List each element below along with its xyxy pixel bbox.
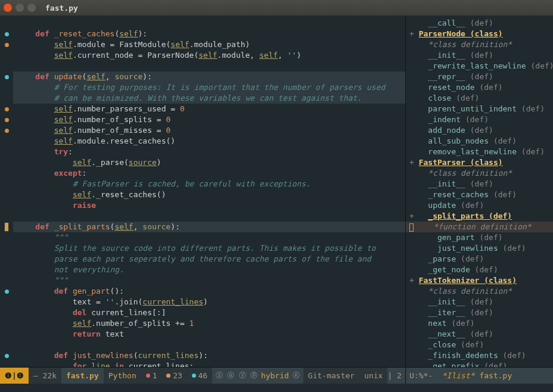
outline-item[interactable]: _finish_dedents (def) <box>406 350 553 361</box>
code-line[interactable]: text = ''.join(current_lines) <box>13 297 405 307</box>
code-line[interactable]: Split the source code into different par… <box>13 243 405 254</box>
gutter-row <box>0 340 13 350</box>
editor-area: def _reset_caches(self): self.module = F… <box>0 15 553 367</box>
code-pane[interactable]: def _reset_caches(self): self.module = F… <box>0 15 405 367</box>
gutter-row <box>0 125 13 136</box>
outline-item[interactable]: + FastTokenizer (class) <box>406 275 553 286</box>
gutter-row <box>0 361 13 367</box>
outline-item[interactable]: *class definition* <box>406 168 553 179</box>
code-line[interactable]: try: <box>13 147 405 157</box>
statusbar: ❶|❶ — 22k fast.py Python 1 23 46 ⓢ ⓐ ⓨ ⓟ… <box>0 367 553 384</box>
outline-item[interactable]: all_sub_nodes (def) <box>406 136 553 147</box>
gutter-row <box>0 329 13 340</box>
statusbar-left: ❶|❶ — 22k fast.py Python 1 23 46 ⓢ ⓐ ⓨ ⓟ… <box>0 367 405 384</box>
gutter-row <box>0 168 13 179</box>
code-line[interactable]: self.number_parsers_used = 0 <box>13 104 405 114</box>
code-line[interactable]: self.number_of_splits += 1 <box>13 318 405 329</box>
gutter-row <box>0 265 13 275</box>
code-line[interactable]: del current_lines[:] <box>13 307 405 318</box>
gutter-row <box>0 104 13 114</box>
outline-item[interactable]: _get_prefix (def) <box>406 361 553 367</box>
sb-file: fast.py <box>479 371 512 380</box>
outline-item[interactable]: _indent (def) <box>406 114 553 125</box>
minimize-icon[interactable] <box>15 4 24 12</box>
code-line[interactable] <box>13 211 405 222</box>
outline-item[interactable]: __iter__ (def) <box>406 307 553 318</box>
outline-item[interactable]: _reset_caches (def) <box>406 189 553 200</box>
outline-item[interactable]: reset_node (def) <box>406 82 553 93</box>
code-line[interactable]: # can be minimized. With these variables… <box>13 93 405 104</box>
code-line[interactable]: def _split_parts(self, source): <box>13 222 405 232</box>
code-line[interactable]: self.module = FastModule(self.module_pat… <box>13 39 405 50</box>
code-line[interactable] <box>13 18 405 29</box>
maximize-icon[interactable] <box>27 4 36 12</box>
minibuffer[interactable] <box>0 384 553 392</box>
lint-marker-icon[interactable] <box>5 129 9 133</box>
sb-git[interactable]: Git-master <box>303 368 359 384</box>
outline-item[interactable]: remove_last_newline (def) <box>406 147 553 157</box>
outline-item[interactable]: update (def) <box>406 200 553 211</box>
outline-item[interactable]: _get_node (def) <box>406 265 553 275</box>
outline-item[interactable]: __init__ (def) <box>406 297 553 307</box>
code-buffer[interactable]: def _reset_caches(self): self.module = F… <box>13 15 405 367</box>
outline-item[interactable]: + ParserNode (class) <box>406 29 553 39</box>
lint-marker-icon[interactable] <box>5 107 9 111</box>
code-line[interactable]: # For testing purposes: It is important … <box>13 82 405 93</box>
sb-size: — 22k <box>29 368 61 384</box>
gutter-row <box>0 82 13 93</box>
sb-mode[interactable]: Python <box>104 368 141 384</box>
code-line[interactable]: def gen_part(): <box>13 286 405 297</box>
outline-item[interactable]: gen_part (def) <box>406 232 553 243</box>
code-line[interactable]: parse each part seperately and therefore… <box>13 254 405 265</box>
outline-item[interactable]: next (def) <box>406 318 553 329</box>
sb-flycheck[interactable]: 1 23 46 <box>141 368 212 384</box>
outline-item[interactable]: close (def) <box>406 93 553 104</box>
code-line[interactable]: self.number_of_splits = 0 <box>13 114 405 125</box>
code-line[interactable]: """ <box>13 232 405 243</box>
code-line[interactable] <box>13 340 405 350</box>
fold-marker-icon[interactable] <box>5 32 9 36</box>
code-line[interactable]: def update(self, source): <box>13 71 405 82</box>
fold-marker-icon[interactable] <box>5 354 9 358</box>
outline-item[interactable]: __init__ (def) <box>406 50 553 61</box>
code-line[interactable]: self._reset_caches() <box>13 189 405 200</box>
outline-item[interactable]: add_node (def) <box>406 125 553 136</box>
outline-item[interactable]: _rewrite_last_newline (def) <box>406 61 553 71</box>
close-icon[interactable] <box>4 4 12 12</box>
outline-item[interactable]: *class definition* <box>406 286 553 297</box>
outline-item[interactable]: + _split_parts (def) <box>406 211 553 222</box>
lint-marker-icon[interactable] <box>5 43 9 47</box>
code-line[interactable]: for line in current_lines: <box>13 361 405 367</box>
code-line[interactable]: def _reset_caches(self): <box>13 29 405 39</box>
sb-encoding: unix <box>359 368 387 384</box>
outline-item[interactable]: __repr__ (def) <box>406 71 553 82</box>
code-line[interactable]: self.current_node = ParserNode(self.modu… <box>13 50 405 61</box>
outline-item[interactable]: __init__ (def) <box>406 179 553 189</box>
outline-item[interactable]: __next__ (def) <box>406 329 553 340</box>
code-line[interactable]: except: <box>13 168 405 179</box>
code-line[interactable]: not everything. <box>13 265 405 275</box>
code-line[interactable]: """ <box>13 275 405 286</box>
code-line[interactable]: raise <box>13 200 405 211</box>
fold-marker-icon[interactable] <box>5 75 9 79</box>
outline-item[interactable]: _close (def) <box>406 340 553 350</box>
gutter-row <box>0 222 13 232</box>
outline-item[interactable]: + FastParser (class) <box>406 157 553 168</box>
outline-item[interactable]: _parse (def) <box>406 254 553 265</box>
outline-pane[interactable]: __call__ (def)+ ParserNode (class) *clas… <box>405 15 553 367</box>
code-line[interactable] <box>13 61 405 71</box>
code-line[interactable]: # FastParser is cached, be careful with … <box>13 179 405 189</box>
code-line[interactable]: def just_newlines(current_lines): <box>13 350 405 361</box>
code-line[interactable]: self._parse(source) <box>13 157 405 168</box>
sb-minor-modes: ⓢ ⓐ ⓨ ⓟ <box>212 371 261 381</box>
outline-item[interactable]: just_newlines (def) <box>406 243 553 254</box>
fold-marker-icon[interactable] <box>5 290 9 294</box>
code-line[interactable]: self.module.reset_caches() <box>13 136 405 147</box>
code-line[interactable]: return text <box>13 329 405 340</box>
code-line[interactable]: self.number_of_misses = 0 <box>13 125 405 136</box>
outline-item[interactable]: parent_until_indent (def) <box>406 104 553 114</box>
outline-item[interactable]: *class definition* <box>406 39 553 50</box>
lint-marker-icon[interactable] <box>5 118 9 122</box>
outline-item[interactable]: *function definition* <box>406 222 553 232</box>
outline-item[interactable]: __call__ (def) <box>406 18 553 29</box>
